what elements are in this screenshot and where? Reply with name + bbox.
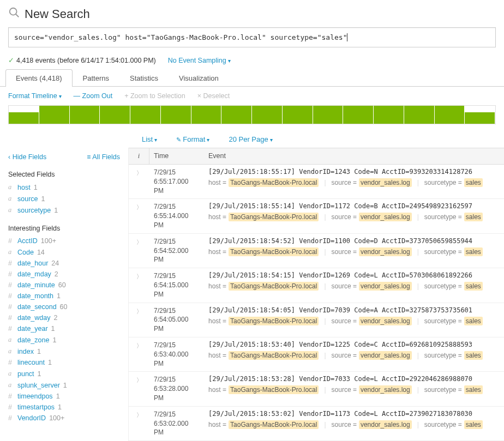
expand-event-button[interactable]: 〉 xyxy=(129,410,149,437)
meta-host[interactable]: TaoGangs-MacBook-Pro.local xyxy=(229,351,319,360)
timeline-segment[interactable] xyxy=(435,106,465,124)
field-item-VendorID[interactable]: #VendorID100+ xyxy=(8,413,120,424)
timeline-segment[interactable] xyxy=(70,106,100,124)
expand-event-button[interactable]: 〉 xyxy=(129,168,149,195)
field-count: 14 xyxy=(37,249,45,256)
meta-sourcetype[interactable]: sales xyxy=(464,213,483,221)
event-sampling-dropdown[interactable]: No Event Sampling▾ xyxy=(168,57,231,64)
field-item-linecount[interactable]: #linecount1 xyxy=(8,357,120,368)
timeline-segment[interactable] xyxy=(313,106,344,124)
meta-host[interactable]: TaoGangs-MacBook-Pro.local xyxy=(229,317,319,325)
field-item-Code[interactable]: aCode14 xyxy=(8,246,120,258)
meta-sourcetype[interactable]: sales xyxy=(464,317,483,325)
field-count: 1 xyxy=(58,403,62,411)
meta-host[interactable]: TaoGangs-MacBook-Pro.local xyxy=(229,247,319,256)
event-raw[interactable]: [29/Jul/2015:18:54:52] VendorID=1100 Cod… xyxy=(208,237,500,245)
tab-visualization[interactable]: Visualization xyxy=(169,69,229,87)
meta-sourcetype[interactable]: sales xyxy=(464,282,483,291)
meta-source[interactable]: vendor_sales.log xyxy=(359,351,412,360)
expand-event-button[interactable]: 〉 xyxy=(129,341,149,368)
meta-host[interactable]: TaoGangs-MacBook-Pro.local xyxy=(229,178,319,187)
event-raw[interactable]: [29/Jul/2015:18:55:17] VendorID=1243 Cod… xyxy=(208,168,500,176)
meta-sourcetype[interactable]: sales xyxy=(464,247,483,256)
timeline-segment[interactable] xyxy=(191,106,222,124)
tab-patterns[interactable]: Patterns xyxy=(73,69,119,87)
field-item-date_month[interactable]: #date_month1 xyxy=(8,291,120,301)
events-col-i[interactable]: i xyxy=(129,148,149,164)
event-raw[interactable]: [29/Jul/2015:18:54:15] VendorID=1269 Cod… xyxy=(208,271,500,279)
events-col-event[interactable]: Event xyxy=(204,148,504,164)
format-dropdown[interactable]: ✎Format▾ xyxy=(176,135,209,143)
deselect-button: × Deselect xyxy=(197,92,230,100)
field-item-timeendpos[interactable]: #timeendpos1 xyxy=(8,391,120,402)
meta-host[interactable]: TaoGangs-MacBook-Pro.local xyxy=(229,420,319,429)
field-item-date_year[interactable]: #date_year1 xyxy=(8,323,120,334)
timeline-segment[interactable] xyxy=(404,106,435,124)
meta-source[interactable]: vendor_sales.log xyxy=(359,385,412,394)
tab-statistics[interactable]: Statistics xyxy=(119,69,169,87)
field-item-date_hour[interactable]: #date_hour24 xyxy=(8,258,120,269)
event-raw[interactable]: [29/Jul/2015:18:53:02] VendorID=1173 Cod… xyxy=(208,410,500,418)
field-count: 2 xyxy=(55,270,58,278)
events-col-time[interactable]: Time xyxy=(149,148,204,164)
field-item-index[interactable]: aindex1 xyxy=(8,346,120,357)
meta-sourcetype[interactable]: sales xyxy=(464,420,483,429)
meta-source[interactable]: vendor_sales.log xyxy=(359,247,412,256)
field-item-timestartpos[interactable]: #timestartpos1 xyxy=(8,402,120,413)
meta-sourcetype[interactable]: sales xyxy=(464,351,483,360)
event-raw[interactable]: [29/Jul/2015:18:54:05] VendorID=7039 Cod… xyxy=(208,306,500,314)
event-raw[interactable]: [29/Jul/2015:18:55:14] VendorID=1172 Cod… xyxy=(208,202,500,210)
format-timeline-dropdown[interactable]: Format Timeline▾ xyxy=(8,92,62,100)
field-item-sourcetype[interactable]: asourcetype1 xyxy=(8,204,120,216)
meta-host[interactable]: TaoGangs-MacBook-Pro.local xyxy=(229,213,319,221)
timeline-segment[interactable] xyxy=(374,106,404,124)
meta-sourcetype[interactable]: sales xyxy=(464,385,483,394)
field-type-icon: # xyxy=(8,281,14,289)
expand-event-button[interactable]: 〉 xyxy=(129,237,149,264)
timeline[interactable] xyxy=(8,105,496,124)
field-item-punct[interactable]: apunct1 xyxy=(8,368,120,379)
field-item-host[interactable]: ahost1 xyxy=(8,182,120,193)
expand-event-button[interactable]: 〉 xyxy=(129,375,149,402)
field-item-date_minute[interactable]: #date_minute60 xyxy=(8,280,120,291)
meta-sourcetype[interactable]: sales xyxy=(464,178,483,187)
timeline-segment[interactable] xyxy=(9,106,39,124)
event-raw[interactable]: [29/Jul/2015:18:53:40] VendorID=1225 Cod… xyxy=(208,341,500,348)
expand-event-button[interactable]: 〉 xyxy=(129,271,149,299)
list-view-dropdown[interactable]: List▾ xyxy=(142,135,157,143)
timeline-segment[interactable] xyxy=(283,106,313,124)
timeline-segment[interactable] xyxy=(130,106,161,124)
timeline-segment[interactable] xyxy=(252,106,283,124)
timeline-segment[interactable] xyxy=(39,106,70,124)
field-item-date_zone[interactable]: adate_zone1 xyxy=(8,334,120,346)
meta-source[interactable]: vendor_sales.log xyxy=(359,178,412,187)
field-item-AcctID[interactable]: #AcctID100+ xyxy=(8,235,120,246)
event-raw[interactable]: [29/Jul/2015:18:53:28] VendorID=7033 Cod… xyxy=(208,375,500,383)
timeline-segment[interactable] xyxy=(161,106,191,124)
meta-source[interactable]: vendor_sales.log xyxy=(359,213,412,221)
timeline-segment[interactable] xyxy=(343,106,374,124)
meta-host[interactable]: TaoGangs-MacBook-Pro.local xyxy=(229,385,319,394)
tab-events[interactable]: Events (4,418) xyxy=(5,69,73,87)
per-page-dropdown[interactable]: 20 Per Page▾ xyxy=(229,135,272,143)
search-input[interactable]: source="vendor_sales.log" host="TaoGangs… xyxy=(8,27,496,47)
timeline-segment[interactable] xyxy=(465,106,495,124)
field-item-date_wday[interactable]: #date_wday2 xyxy=(8,312,120,323)
timeline-segment[interactable] xyxy=(221,106,252,124)
field-item-splunk_server[interactable]: asplunk_server1 xyxy=(8,379,120,391)
meta-source[interactable]: vendor_sales.log xyxy=(359,317,412,325)
zoom-out-button[interactable]: — Zoom Out xyxy=(74,92,113,100)
hide-fields-button[interactable]: ‹ Hide Fields xyxy=(8,153,46,161)
field-name: source xyxy=(17,195,38,203)
all-fields-button[interactable]: ≡All Fields xyxy=(87,153,120,161)
timeline-segment[interactable] xyxy=(100,106,130,124)
field-item-date_mday[interactable]: #date_mday2 xyxy=(8,269,120,280)
field-count: 24 xyxy=(51,259,59,267)
expand-event-button[interactable]: 〉 xyxy=(129,306,149,334)
meta-source[interactable]: vendor_sales.log xyxy=(359,282,412,291)
expand-event-button[interactable]: 〉 xyxy=(129,202,149,229)
meta-source[interactable]: vendor_sales.log xyxy=(359,420,412,429)
meta-host[interactable]: TaoGangs-MacBook-Pro.local xyxy=(229,282,319,291)
field-item-date_second[interactable]: #date_second60 xyxy=(8,301,120,312)
field-item-source[interactable]: asource1 xyxy=(8,193,120,204)
